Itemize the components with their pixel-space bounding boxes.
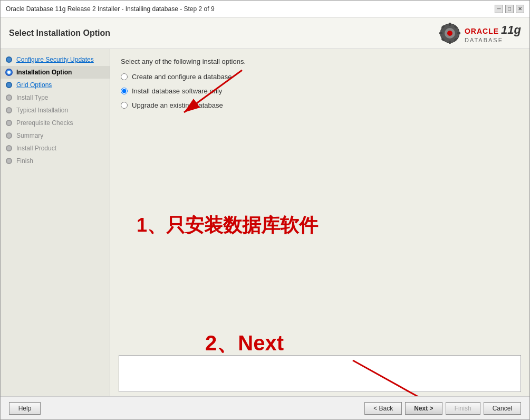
- step-icon-typical-installation: [5, 106, 13, 114]
- sidebar-label-prerequisite-checks: Prerequisite Checks: [16, 119, 73, 127]
- sidebar-item-install-type: Install Type: [1, 91, 110, 104]
- main-window: Oracle Database 11g Release 2 Installer …: [0, 0, 530, 420]
- minimize-button[interactable]: ─: [495, 5, 503, 13]
- sidebar-label-summary: Summary: [16, 132, 43, 139]
- log-area: [119, 355, 521, 392]
- option-create-configure[interactable]: Create and configure a database: [121, 73, 519, 81]
- next-button[interactable]: Next >: [405, 402, 442, 415]
- header: Select Installation Option: [1, 17, 529, 49]
- footer: Help < Back Next > Finish Cancel: [1, 396, 529, 419]
- radio-create-configure[interactable]: [121, 73, 128, 80]
- sidebar-label-configure-security: Configure Security Updates: [16, 56, 94, 63]
- title-bar: Oracle Database 11g Release 2 Installer …: [1, 1, 529, 17]
- footer-left: Help: [9, 402, 41, 415]
- sidebar-item-summary: Summary: [1, 129, 110, 142]
- instruction-text: Select any of the following install opti…: [121, 58, 519, 65]
- sidebar-label-install-type: Install Type: [16, 94, 48, 101]
- option-create-configure-label: Create and configure a database: [132, 73, 232, 81]
- step-icon-summary: [5, 131, 13, 140]
- sidebar-label-installation-option: Installation Option: [16, 69, 72, 76]
- step-icon-configure-security: [5, 55, 13, 64]
- sidebar-item-configure-security[interactable]: Configure Security Updates: [1, 53, 110, 66]
- oracle-brand-name: ORACLE: [465, 27, 499, 35]
- sidebar-label-typical-installation: Typical Installation: [16, 107, 68, 114]
- sidebar-item-typical-installation: Typical Installation: [1, 104, 110, 117]
- option-upgrade-existing-label: Upgrade an existing database: [132, 101, 223, 109]
- sidebar: Configure Security Updates Installation …: [1, 49, 110, 396]
- oracle-product-name: DATABASE: [465, 37, 503, 43]
- back-button[interactable]: < Back: [364, 402, 402, 415]
- oracle-brand-text: ORACLE 11g DATABASE: [465, 23, 521, 43]
- step-icon-install-product: [5, 144, 13, 152]
- sidebar-label-grid-options: Grid Options: [16, 81, 52, 89]
- content-area: Configure Security Updates Installation …: [1, 49, 529, 396]
- svg-rect-4: [449, 41, 451, 44]
- page-title: Select Installation Option: [9, 28, 110, 38]
- radio-upgrade-existing[interactable]: [121, 102, 128, 109]
- help-button[interactable]: Help: [9, 402, 41, 415]
- step-icon-prerequisite-checks: [5, 119, 13, 127]
- annotation-text-2: 2、Next: [205, 329, 284, 358]
- window-controls: ─ □ ✕: [495, 5, 524, 13]
- main-panel: Select any of the following install opti…: [110, 49, 529, 396]
- svg-rect-5: [439, 32, 442, 34]
- option-upgrade-existing[interactable]: Upgrade an existing database: [121, 101, 519, 109]
- sidebar-item-install-product: Install Product: [1, 142, 110, 155]
- svg-point-2: [447, 31, 452, 36]
- footer-right: < Back Next > Finish Cancel: [364, 402, 521, 415]
- oracle-logo: ORACLE 11g DATABASE: [438, 22, 521, 45]
- oracle-version: 11g: [501, 23, 521, 37]
- step-icon-finish: [5, 157, 13, 165]
- close-button[interactable]: ✕: [516, 5, 524, 13]
- finish-button[interactable]: Finish: [446, 402, 480, 415]
- sidebar-item-finish: Finish: [1, 155, 110, 167]
- sidebar-item-installation-option[interactable]: Installation Option: [1, 66, 110, 79]
- step-icon-install-type: [5, 93, 13, 102]
- svg-rect-6: [457, 32, 460, 34]
- maximize-button[interactable]: □: [505, 5, 514, 13]
- step-icon-grid-options: [5, 81, 13, 89]
- sidebar-item-prerequisite-checks: Prerequisite Checks: [1, 117, 110, 129]
- sidebar-label-finish: Finish: [16, 157, 33, 165]
- cancel-button[interactable]: Cancel: [484, 402, 521, 415]
- step-icon-installation-option: [5, 68, 13, 77]
- svg-rect-3: [449, 23, 451, 26]
- window-title: Oracle Database 11g Release 2 Installer …: [6, 5, 215, 13]
- sidebar-item-grid-options[interactable]: Grid Options: [1, 79, 110, 91]
- main-content: Select any of the following install opti…: [110, 49, 529, 355]
- option-install-software-only[interactable]: Install database software only: [121, 87, 519, 95]
- oracle-gear-icon: [438, 22, 461, 45]
- option-install-software-only-label: Install database software only: [132, 87, 222, 95]
- annotation-text-1: 1、只安装数据库软件: [137, 213, 318, 238]
- sidebar-label-install-product: Install Product: [16, 145, 56, 152]
- radio-install-software-only[interactable]: [121, 88, 128, 94]
